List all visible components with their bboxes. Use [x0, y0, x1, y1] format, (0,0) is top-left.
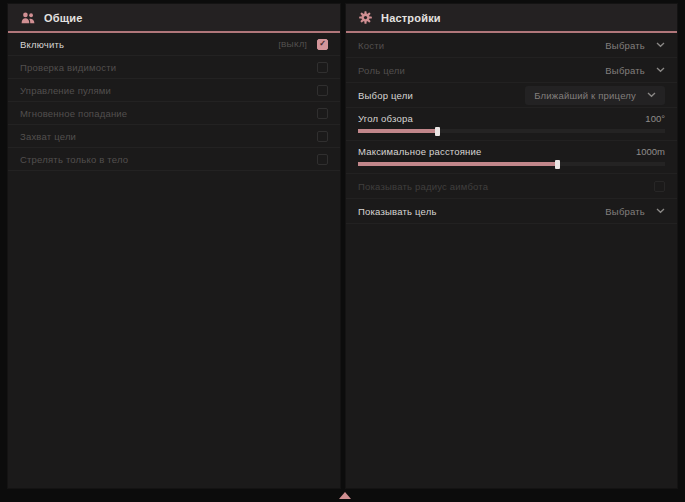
- dropdown-value: Выбрать: [605, 40, 645, 51]
- chevron-down-icon: [656, 42, 665, 48]
- fov-slider[interactable]: [358, 129, 665, 133]
- chevron-down-icon: [647, 92, 656, 98]
- target-role-dropdown[interactable]: Выбрать: [605, 65, 665, 76]
- panel-title: Общие: [44, 12, 83, 24]
- row-instant-hit[interactable]: Мгновенное попадание: [8, 102, 340, 125]
- users-icon: [21, 12, 35, 24]
- dropdown-value: Ближайший к прицелу: [534, 90, 636, 101]
- row-body-only[interactable]: Стрелять только в тело: [8, 148, 340, 171]
- slider-handle[interactable]: [435, 127, 440, 136]
- visibility-check-checkbox[interactable]: [317, 62, 328, 73]
- row-bones: Кости Выбрать: [346, 33, 677, 58]
- dropdown-value: Выбрать: [605, 65, 645, 76]
- row-label: Максимальное расстояние: [358, 146, 482, 157]
- keybind-label[interactable]: [ВЫКЛ]: [278, 40, 307, 49]
- row-target-lock[interactable]: Захват цели: [8, 125, 340, 148]
- row-show-radius: Показывать радиус аимбота: [346, 174, 677, 199]
- instant-hit-checkbox[interactable]: [317, 108, 328, 119]
- row-label: Проверка видимости: [20, 62, 317, 73]
- panel-title: Настройки: [381, 12, 441, 24]
- enable-checkbox[interactable]: [317, 39, 328, 50]
- up-triangle-icon[interactable]: [339, 492, 351, 499]
- row-label: Управление пулями: [20, 85, 317, 96]
- row-label: Показывать радиус аимбота: [358, 181, 488, 192]
- row-label: Кости: [358, 40, 384, 51]
- fov-value: 100°: [645, 113, 665, 124]
- slider-handle[interactable]: [555, 160, 560, 169]
- target-select-dropdown[interactable]: Ближайший к прицелу: [525, 86, 665, 105]
- show-target-dropdown[interactable]: Выбрать: [605, 206, 665, 217]
- row-bullet-control[interactable]: Управление пулями: [8, 79, 340, 102]
- row-target-role: Роль цели Выбрать: [346, 58, 677, 83]
- row-fov: Угол обзора 100°: [346, 108, 677, 141]
- settings-panel: Настройки Кости Выбрать Роль цели Выбрат…: [346, 4, 677, 488]
- chevron-down-icon: [656, 208, 665, 214]
- row-label: Выбор цели: [358, 90, 413, 101]
- row-label: Угол обзора: [358, 113, 413, 124]
- row-show-target: Показывать цель Выбрать: [346, 199, 677, 224]
- settings-panel-header: Настройки: [346, 4, 677, 31]
- gear-icon: [359, 11, 372, 24]
- row-label: Роль цели: [358, 65, 405, 76]
- row-visibility-check[interactable]: Проверка видимости: [8, 56, 340, 79]
- row-max-distance: Максимальное расстояние 1000m: [346, 141, 677, 174]
- max-distance-value: 1000m: [636, 146, 665, 157]
- target-lock-checkbox[interactable]: [317, 131, 328, 142]
- row-label: Мгновенное попадание: [20, 108, 317, 119]
- row-enable[interactable]: Включить [ВЫКЛ]: [8, 33, 340, 56]
- dropdown-value: Выбрать: [605, 206, 645, 217]
- body-only-checkbox[interactable]: [317, 154, 328, 165]
- show-radius-checkbox[interactable]: [654, 181, 665, 192]
- general-panel-header: Общие: [8, 4, 340, 31]
- row-target-select: Выбор цели Ближайший к прицелу: [346, 83, 677, 108]
- general-panel: Общие Включить [ВЫКЛ] Проверка видимости…: [8, 4, 340, 488]
- row-label: Показывать цель: [358, 206, 437, 217]
- chevron-down-icon: [656, 67, 665, 73]
- bullet-control-checkbox[interactable]: [317, 85, 328, 96]
- row-label: Включить: [20, 39, 278, 50]
- max-distance-slider[interactable]: [358, 162, 665, 166]
- bones-dropdown[interactable]: Выбрать: [605, 40, 665, 51]
- row-label: Захват цели: [20, 131, 317, 142]
- row-label: Стрелять только в тело: [20, 154, 317, 165]
